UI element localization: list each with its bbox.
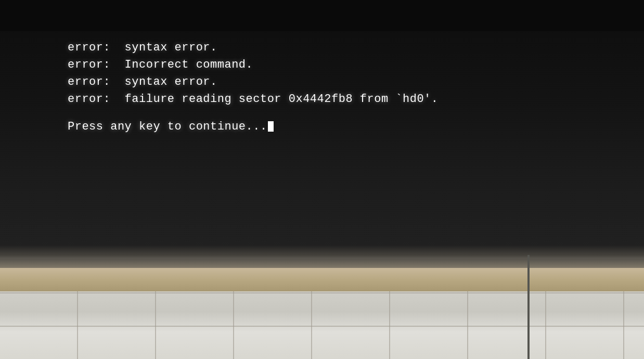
building-section bbox=[0, 245, 644, 359]
cursor-blink bbox=[268, 121, 274, 132]
error-line-3: error: syntax error. bbox=[68, 73, 602, 91]
screen-area: error: syntax error. error: Incorrect co… bbox=[0, 0, 644, 255]
error-line-1: error: syntax error. bbox=[68, 39, 602, 56]
terminal-area: error: syntax error. error: Incorrect co… bbox=[68, 39, 602, 135]
top-bar bbox=[0, 0, 644, 31]
tan-band bbox=[0, 268, 644, 291]
error-line-2: error: Incorrect command. bbox=[68, 56, 602, 73]
concrete-band bbox=[0, 291, 644, 359]
vertical-divider bbox=[527, 255, 530, 359]
error-line-4: error: failure reading sector 0x4442fb8 … bbox=[68, 91, 602, 108]
scene: error: syntax error. error: Incorrect co… bbox=[0, 0, 644, 359]
press-any-key-line: Press any key to continue... bbox=[68, 118, 602, 135]
concrete-tiles bbox=[0, 291, 644, 359]
